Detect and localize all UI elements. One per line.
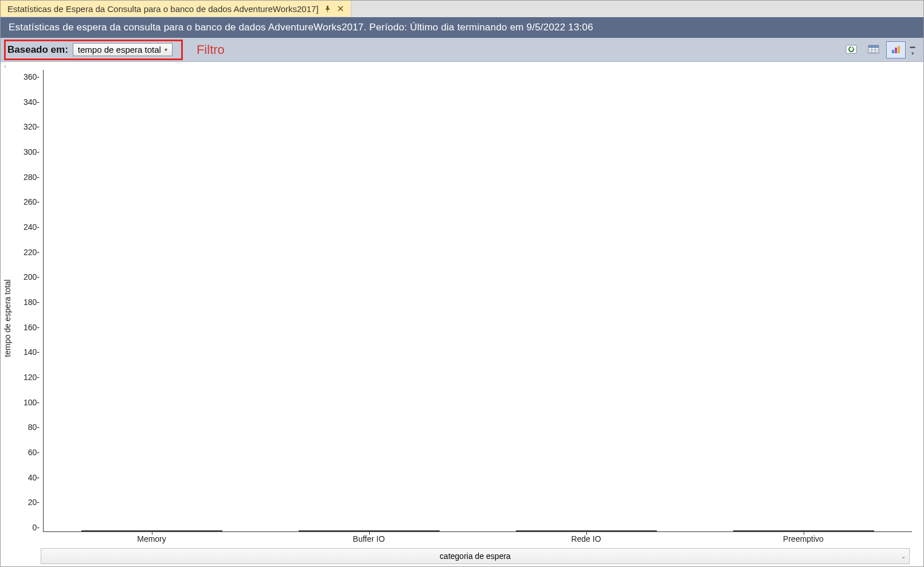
bar-cell [478,530,695,531]
y-tick: 60- [28,448,40,457]
y-tick: 200- [24,272,40,281]
y-tick: 240- [24,222,40,232]
grid-view-button[interactable] [864,41,883,58]
bar-memory[interactable] [81,530,222,531]
bar-cell [261,530,478,531]
title-bar: Estatísticas de espera da consulta para … [1,17,923,38]
svg-rect-2 [868,45,879,48]
x-axis-label-box[interactable]: categoria de espera ⌄ [41,548,910,564]
refresh-icon [845,45,857,55]
y-tick: 0- [33,523,40,532]
plot-area [43,70,912,532]
chart-area: › tempo de espera total 360-340-320-300-… [1,62,923,566]
based-on-value: tempo de espera total [78,45,161,54]
x-axis-ticks: MemoryBuffer IORede IOPreemptivo [43,532,912,548]
bar-rede-io[interactable] [516,530,657,531]
chevron-down-icon: ⌄ [901,553,906,560]
close-icon[interactable] [337,5,344,12]
chart-body: tempo de espera total 360-340-320-300-28… [1,70,923,566]
y-tick: 160- [24,323,40,332]
based-on-select[interactable]: tempo de espera total ▾ [73,43,173,56]
y-tick: 260- [24,197,40,206]
y-tick: 360- [24,72,40,81]
y-tick: 100- [24,398,40,407]
grid-icon [868,45,879,55]
y-tick: 140- [24,347,40,357]
refresh-button[interactable] [841,41,861,58]
x-axis-label: categoria de espera [440,552,511,561]
y-tick: 40- [28,473,40,482]
title-text: Estatísticas de espera da consulta para … [9,22,593,33]
x-axis-label-row: categoria de espera ⌄ [41,548,910,564]
svg-rect-5 [898,46,900,53]
y-tick: 20- [28,498,40,507]
y-tick: 300- [24,147,40,157]
tab-bar: Estatísticas de Espera da Consulta para … [1,1,923,17]
overflow-line-icon: ▬ [910,44,915,49]
bar-chart-icon [890,45,902,55]
overflow-caret-icon: ▾ [911,50,914,56]
y-tick: 340- [24,97,40,107]
pin-icon[interactable] [324,5,331,12]
toolbar-right: ▬ ▾ [841,41,917,58]
y-axis-ticks: 360-340-320-300-280-260-240-220-200-180-… [14,70,43,532]
y-tick: 280- [24,173,40,182]
bar-cell [695,530,912,531]
bars-container [44,70,912,531]
y-tick: 180- [24,298,40,307]
collapse-handle[interactable]: › [1,62,923,70]
toolbar: Baseado em: tempo de espera total ▾ Filt… [1,38,923,62]
bar-preemptivo[interactable] [733,530,874,531]
y-axis-label-container: tempo de espera total [1,70,14,566]
plot-column: 360-340-320-300-280-260-240-220-200-180-… [14,70,923,566]
y-tick: 320- [24,122,40,131]
svg-rect-4 [895,48,897,53]
chevron-down-icon: ▾ [165,46,167,53]
tab-title: Estatísticas de Espera da Consulta para … [7,4,319,14]
y-tick: 120- [24,373,40,382]
based-on-label: Baseado em: [7,44,68,56]
y-tick: 80- [28,423,40,432]
document-tab[interactable]: Estatísticas de Espera da Consulta para … [1,1,351,17]
bar-cell [44,530,261,531]
app-root: Estatísticas de Espera da Consulta para … [0,0,924,567]
plot-row: 360-340-320-300-280-260-240-220-200-180-… [14,70,912,532]
filter-annotation: Filtro [197,42,225,57]
svg-rect-3 [892,50,894,53]
toolbar-overflow[interactable]: ▬ ▾ [909,41,917,58]
y-axis-label: tempo de espera total [3,279,12,357]
chart-view-button[interactable] [886,41,906,58]
bar-buffer-io[interactable] [299,530,440,531]
y-tick: 220- [24,248,40,257]
